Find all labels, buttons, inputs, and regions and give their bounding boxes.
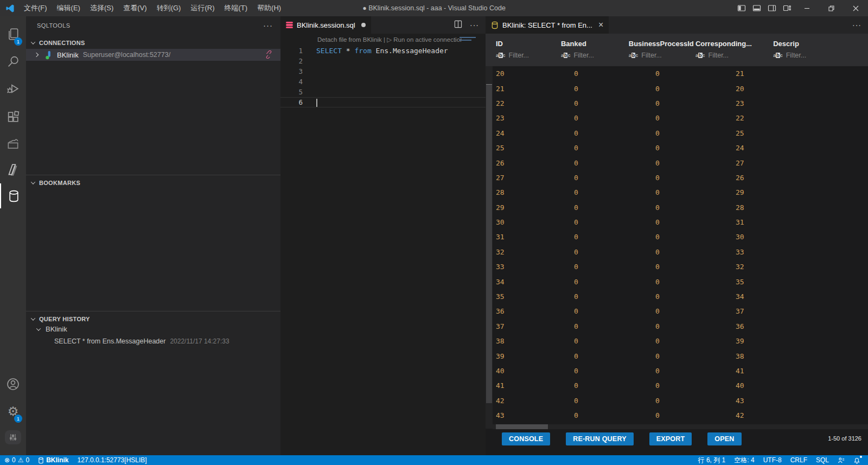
- table-row[interactable]: 340035: [493, 274, 868, 289]
- table-row[interactable]: 230022: [493, 111, 868, 125]
- column-header-descrip[interactable]: Descrip: [773, 34, 868, 48]
- eol-status[interactable]: CRLF: [786, 455, 812, 465]
- modified-dot-icon[interactable]: [361, 23, 366, 27]
- search-icon[interactable]: [0, 49, 26, 74]
- code-line-3[interactable]: 3: [280, 66, 486, 77]
- codelens-run-on-connection[interactable]: Detach file from BKlinik | ▷ Run on acti…: [317, 36, 462, 46]
- column-filter-input[interactable]: abcFilter...: [695, 52, 773, 59]
- table-row[interactable]: 410040: [493, 378, 868, 393]
- table-row[interactable]: 370036: [493, 319, 868, 334]
- table-row[interactable]: 360037: [493, 304, 868, 319]
- table-row[interactable]: 400041: [493, 364, 868, 378]
- column-header-businessprocessid[interactable]: BusinessProcessId: [629, 34, 695, 48]
- tune-filter-icon[interactable]: [0, 425, 26, 450]
- server-address-status[interactable]: 127.0.0.1:52773[HSLIB]: [73, 455, 151, 465]
- menu-item-0[interactable]: 文件(F): [19, 0, 52, 16]
- table-row[interactable]: 280029: [493, 185, 868, 200]
- column-filter-input[interactable]: abcFilter...: [629, 52, 695, 59]
- code-line-2[interactable]: 2: [280, 56, 486, 66]
- sqltools-connection-status[interactable]: BKlinik: [34, 455, 73, 465]
- table-row[interactable]: 330032: [493, 259, 868, 274]
- column-filter-input[interactable]: abcFilter...: [773, 52, 868, 59]
- re-run-query-button[interactable]: RE-RUN QUERY: [566, 432, 633, 445]
- table-row[interactable]: 250024: [493, 141, 868, 155]
- sidebar-more-actions-icon[interactable]: ···: [263, 21, 273, 30]
- column-filter-input[interactable]: abcFilter...: [561, 52, 629, 59]
- table-row[interactable]: 290028: [493, 200, 868, 215]
- code-line-4[interactable]: 4: [280, 77, 486, 87]
- menu-item-6[interactable]: 终端(T): [219, 0, 252, 16]
- vertical-scrollbar[interactable]: [486, 66, 493, 429]
- results-more-actions-icon[interactable]: ···: [852, 21, 861, 29]
- column-header-banked[interactable]: Banked: [561, 34, 629, 48]
- language-mode-status[interactable]: SQL: [812, 455, 833, 465]
- customize-layout-icon[interactable]: [780, 0, 795, 16]
- code-area[interactable]: 1SELECT * from Ens.MessageHeader23456: [280, 46, 486, 107]
- column-header-id[interactable]: ID: [496, 34, 561, 48]
- encoding-status[interactable]: UTF-8: [759, 455, 786, 465]
- sqltools-database-icon[interactable]: [0, 183, 26, 208]
- explorer-icon[interactable]: 1: [0, 22, 26, 47]
- menu-item-5[interactable]: 运行(R): [186, 0, 219, 16]
- table-row[interactable]: 300031: [493, 215, 868, 230]
- close-tab-icon[interactable]: ×: [598, 21, 603, 29]
- column-filter-input[interactable]: abcFilter...: [496, 52, 561, 59]
- minimize-button[interactable]: [795, 0, 819, 16]
- close-window-button[interactable]: [844, 0, 868, 16]
- table-row[interactable]: 200021: [493, 66, 868, 81]
- objectscript-icon[interactable]: [0, 157, 26, 182]
- scrollbar-thumb[interactable]: [486, 84, 492, 403]
- table-row[interactable]: 270026: [493, 170, 868, 185]
- table-row[interactable]: 210020: [493, 81, 868, 95]
- code-line-1[interactable]: 1SELECT * from Ens.MessageHeader: [280, 46, 486, 56]
- disconnect-icon[interactable]: [265, 50, 273, 60]
- menu-item-1[interactable]: 编辑(E): [52, 0, 85, 16]
- minimap[interactable]: [459, 37, 478, 42]
- horizontal-scrollbar[interactable]: [493, 424, 868, 429]
- table-row[interactable]: 260027: [493, 155, 868, 170]
- table-row[interactable]: 240025: [493, 126, 868, 141]
- tab-query-results[interactable]: BKlinik: SELECT * from En... ×: [486, 16, 609, 34]
- connections-section-header[interactable]: CONNECTIONS: [26, 37, 280, 49]
- table-row[interactable]: 220023: [493, 96, 868, 111]
- connection-item-bklinik[interactable]: BKlinik Superuser@localhost:52773/: [26, 49, 280, 61]
- restore-button[interactable]: [819, 0, 844, 16]
- column-header-corresponding[interactable]: Corresponding...: [695, 34, 773, 48]
- notifications-bell-icon[interactable]: [849, 455, 865, 465]
- query-history-item[interactable]: SELECT * from Ens.MessageHeader 2022/11/…: [26, 335, 280, 347]
- query-history-group[interactable]: BKlinik: [26, 323, 280, 335]
- toolbox-icon[interactable]: [0, 131, 26, 156]
- menu-item-2[interactable]: 选择(S): [85, 0, 118, 16]
- menu-item-3[interactable]: 查看(V): [118, 0, 151, 16]
- table-row[interactable]: 350034: [493, 289, 868, 304]
- export-button[interactable]: EXPORT: [649, 432, 692, 445]
- table-row[interactable]: 380039: [493, 334, 868, 348]
- run-debug-icon[interactable]: [0, 76, 26, 101]
- editor-more-actions-icon[interactable]: ···: [470, 21, 479, 29]
- split-editor-icon[interactable]: [454, 20, 462, 30]
- table-row[interactable]: 320033: [493, 245, 868, 259]
- feedback-icon[interactable]: [833, 455, 849, 465]
- indentation-status[interactable]: 空格: 4: [730, 455, 758, 465]
- problems-status[interactable]: ⊗ 0 ⚠ 0: [0, 455, 34, 465]
- scrollbar-thumb[interactable]: [496, 424, 548, 429]
- open-button[interactable]: OPEN: [707, 432, 741, 445]
- toggle-sidebar-icon[interactable]: [734, 0, 749, 16]
- table-row[interactable]: 310030: [493, 230, 868, 244]
- manage-gear-icon[interactable]: ⚙ 1: [0, 399, 26, 424]
- code-line-5[interactable]: 5: [280, 87, 486, 97]
- table-row[interactable]: 420043: [493, 393, 868, 408]
- table-row[interactable]: 390038: [493, 348, 868, 363]
- bookmarks-section-header[interactable]: BOOKMARKS: [26, 175, 280, 189]
- cursor-position-status[interactable]: 行 6, 列 1: [694, 455, 730, 465]
- menu-item-4[interactable]: 转到(G): [152, 0, 186, 16]
- account-icon[interactable]: [0, 372, 26, 397]
- code-line-6[interactable]: 6: [280, 97, 486, 107]
- toggle-panel-icon[interactable]: [749, 0, 764, 16]
- extensions-icon[interactable]: [0, 104, 26, 129]
- table-row[interactable]: 430042: [493, 408, 868, 423]
- toggle-secondary-sidebar-icon[interactable]: [764, 0, 780, 16]
- menu-item-7[interactable]: 帮助(H): [252, 0, 286, 16]
- console-button[interactable]: CONSOLE: [502, 432, 550, 445]
- tab-bklinik-session-sql[interactable]: BKlinik.session.sql: [280, 16, 371, 34]
